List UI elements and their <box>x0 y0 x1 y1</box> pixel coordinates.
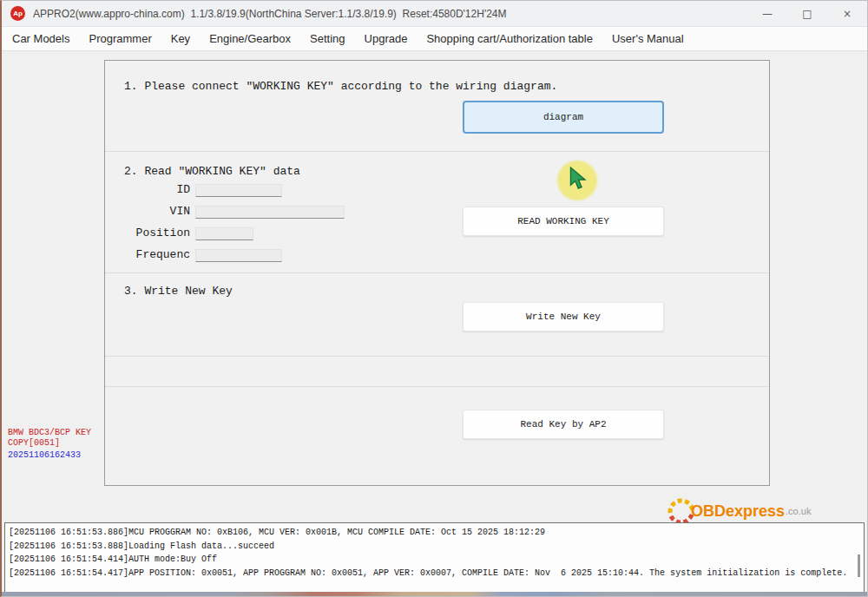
menu-engine-gearbox[interactable]: Engine/Gearbox <box>200 27 300 51</box>
section-divider <box>105 356 769 357</box>
menu-upgrade[interactable]: Upgrade <box>355 27 418 51</box>
log-line: [20251106 16:51:54.414]AUTH mode:Buy Off <box>9 553 860 567</box>
log-scrollbar[interactable] <box>858 554 860 577</box>
log-line: [20251106 16:51:53.888]Loading Flash dat… <box>9 540 860 554</box>
logo-suffix: .co.uk <box>786 506 811 516</box>
minimize-icon[interactable]: — <box>747 1 787 27</box>
vin-field[interactable] <box>195 206 345 219</box>
log-line: [20251106 16:51:54.417]APP POSITION: 0x0… <box>9 567 860 581</box>
desktop-edge-strip <box>2 592 867 596</box>
log-output[interactable]: [20251106 16:51:53.886]MCU PROGGRAM NO: … <box>4 522 865 593</box>
position-field[interactable] <box>195 227 253 240</box>
menu-setting[interactable]: Setting <box>300 27 354 51</box>
menu-bar: Car Models Programmer Key Engine/Gearbox… <box>2 27 867 51</box>
vin-label: VIN <box>114 205 190 218</box>
menu-shopping-cart[interactable]: Shopping cart/Authorization table <box>417 27 602 51</box>
frequency-field[interactable] <box>195 249 282 262</box>
section-divider <box>105 386 769 387</box>
read-key-by-ap2-button[interactable]: Read Key by AP2 <box>463 410 664 439</box>
step1-instruction: 1. Please connect "WORKING KEY" accordin… <box>124 80 557 93</box>
menu-programmer[interactable]: Programmer <box>79 27 161 51</box>
menu-car-models[interactable]: Car Models <box>3 27 79 51</box>
diagram-button[interactable]: diagram <box>463 101 664 134</box>
window-controls: — □ × <box>747 1 867 27</box>
maximize-icon[interactable]: □ <box>787 1 827 27</box>
step3-instruction: 3. Write New Key <box>124 285 233 298</box>
write-new-key-button[interactable]: Write New Key <box>463 302 664 331</box>
app-logo-icon: Ap <box>10 6 25 21</box>
log-line: [20251106 16:51:53.886]MCU PROGGRAM NO: … <box>9 526 860 540</box>
read-working-key-button[interactable]: READ WORKING KEY <box>463 207 664 236</box>
id-field[interactable] <box>195 184 282 197</box>
app-window: Ap APPRO2(www.appro-china.com) 1.1/3.8/1… <box>0 0 868 597</box>
title-bar: Ap APPRO2(www.appro-china.com) 1.1/3.8/1… <box>2 1 867 27</box>
logo-brand-prefix: OBD <box>691 502 726 521</box>
frequency-label: Frequenc <box>114 248 190 261</box>
position-label: Position <box>114 226 190 239</box>
menu-users-manual[interactable]: User's Manual <box>602 27 694 51</box>
logo-brand-rest: express <box>726 502 785 521</box>
close-icon[interactable]: × <box>827 1 867 27</box>
session-timestamp: 20251106162433 <box>8 450 81 460</box>
active-function-label: BMW BDC3/BCP KEY COPY[0051] <box>8 428 102 449</box>
section-divider <box>105 272 769 273</box>
section-divider <box>105 151 769 152</box>
key-copy-panel: 1. Please connect "WORKING KEY" accordin… <box>104 60 770 486</box>
id-label: ID <box>114 183 190 196</box>
window-title: APPRO2(www.appro-china.com) 1.1/3.8/19.9… <box>33 8 507 20</box>
step2-instruction: 2. Read "WORKING KEY" data <box>124 165 300 178</box>
client-area: BMW BDC3/BCP KEY COPY[0051] 202511061624… <box>2 51 867 596</box>
menu-key[interactable]: Key <box>161 27 200 51</box>
